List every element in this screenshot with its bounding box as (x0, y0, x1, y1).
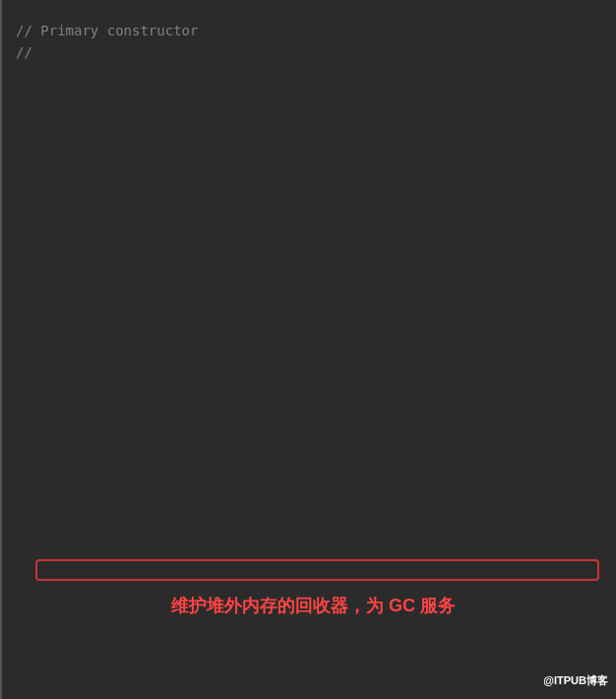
annotation-text: 维护堆外内存的回收器，为 GC 服务 (171, 595, 456, 616)
watermark-text: @ITPUB博客 (543, 669, 608, 691)
comment-line: // (16, 41, 616, 63)
comment-line: // Primary constructor (16, 20, 616, 41)
